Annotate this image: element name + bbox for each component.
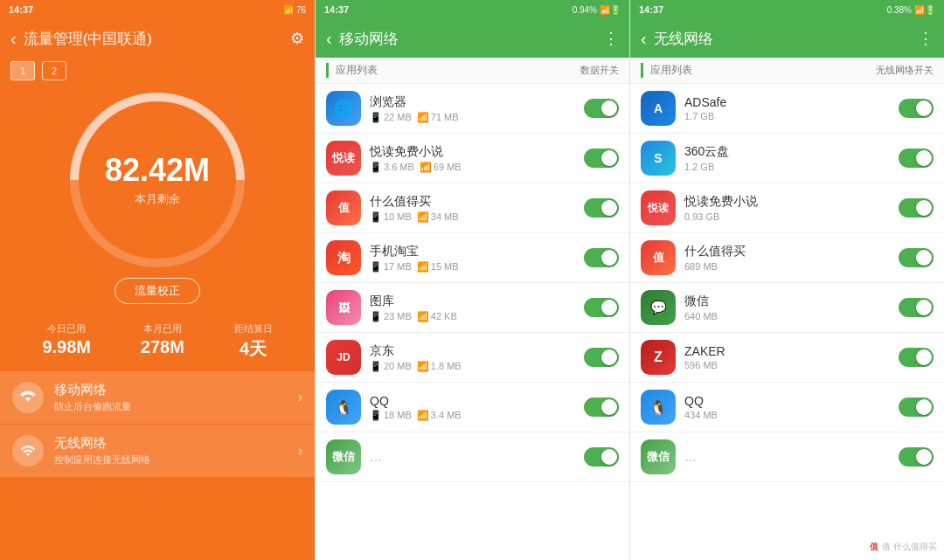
app-size2-browser: 📶 71 MB bbox=[417, 112, 459, 123]
toggle-weixin[interactable] bbox=[899, 298, 934, 317]
stat-today-value: 9.98M bbox=[42, 337, 91, 357]
app-info-zaker: ZAKER 596 MB bbox=[684, 344, 899, 370]
mobile-network-icon bbox=[20, 390, 36, 405]
header-title-p1: 流量管理(中国联通) bbox=[24, 29, 283, 49]
app-size1-jd: 📱 20 MB bbox=[370, 361, 412, 372]
tab-1[interactable]: 1 bbox=[10, 61, 35, 80]
app-size2-jd: 📶 1.8 MB bbox=[417, 361, 462, 372]
stat-days: 距结算日 4天 bbox=[234, 322, 273, 361]
header-title-p3: 无线网络 bbox=[654, 29, 911, 49]
toggle-adsafe[interactable] bbox=[899, 99, 934, 118]
app-name-adsafe: ADSafe bbox=[684, 95, 899, 109]
nav-wifi[interactable]: 无线网络 控制应用连接无线网络 › bbox=[0, 425, 315, 477]
settings-icon-p1[interactable]: ⚙ bbox=[290, 29, 304, 48]
pct-p2: 0.94% bbox=[573, 5, 597, 15]
header-title-p2: 移动网络 bbox=[339, 29, 596, 49]
status-bar-p1: 14:37 📶 76 bbox=[0, 0, 315, 19]
list-item: 微信 … bbox=[316, 432, 629, 482]
app-info-adsafe: ADSafe 1.7 GB bbox=[684, 95, 899, 121]
watermark-text: 值 什么值得买 bbox=[882, 541, 937, 553]
stat-days-label: 距结算日 bbox=[234, 322, 273, 335]
more-icon-p3[interactable]: ⋮ bbox=[918, 29, 934, 48]
stat-today-label: 今日已用 bbox=[47, 322, 86, 335]
toggle-360[interactable] bbox=[899, 149, 934, 168]
nav-mobile-arrow: › bbox=[298, 390, 302, 405]
back-button-p1[interactable]: ‹ bbox=[10, 29, 17, 49]
app-sizes-qq-p3: 434 MB bbox=[684, 410, 899, 420]
toggle-yuedu-p3[interactable] bbox=[899, 198, 934, 218]
toggle-zhide[interactable] bbox=[584, 198, 619, 218]
back-button-p2[interactable]: ‹ bbox=[326, 29, 332, 49]
stat-month-value: 278M bbox=[141, 337, 184, 357]
app-name-zhide-p3: 什么值得买 bbox=[684, 244, 899, 259]
app-icon-adsafe: A bbox=[641, 91, 676, 126]
gauge-arc bbox=[34, 57, 281, 304]
app-size2-taobao: 📶 15 MB bbox=[417, 261, 459, 273]
app-size2-yuedu: 📶 69 MB bbox=[420, 162, 462, 173]
app-size1-gallery: 📱 23 MB bbox=[370, 311, 412, 322]
header-p3: ‹ 无线网络 ⋮ bbox=[630, 19, 944, 58]
toggle-qq[interactable] bbox=[584, 398, 619, 417]
app-list-p2: 🌐 浏览器 📱 22 MB 📶 71 MB 悦读 悦读免费小说 📱 3.6 MB… bbox=[316, 84, 629, 560]
app-size1-zhide: 📱 10 MB bbox=[370, 211, 412, 223]
toggle-jd[interactable] bbox=[584, 348, 619, 367]
app-info-taobao: 手机淘宝 📱 17 MB 📶 15 MB bbox=[370, 244, 584, 273]
header-p1: ‹ 流量管理(中国联通) ⚙ bbox=[0, 19, 315, 58]
app-list-p3: A ADSafe 1.7 GB S 360云盘 1.2 GB 悦读 悦读免 bbox=[630, 84, 944, 560]
signal-p2: 📶🔋 bbox=[600, 5, 621, 15]
calibrate-button[interactable]: 流量校正 bbox=[115, 278, 200, 304]
pct-p3: 0.38% bbox=[887, 5, 912, 15]
list-item: 淘 手机淘宝 📱 17 MB 📶 15 MB bbox=[316, 233, 629, 283]
nav-mobile-network[interactable]: 移动网络 防止后台偷跑流量 › bbox=[0, 371, 315, 424]
app-size1-browser: 📱 22 MB bbox=[370, 112, 412, 123]
toggle-more-p2[interactable] bbox=[584, 447, 619, 467]
app-info-more-p2: … bbox=[370, 450, 584, 464]
status-bar-p2: 14:37 0.94% 📶🔋 bbox=[316, 0, 629, 19]
app-sizes-zaker: 596 MB bbox=[684, 360, 899, 370]
toggle-more-p3[interactable] bbox=[899, 447, 934, 467]
app-info-more-p3: … bbox=[684, 450, 899, 464]
back-button-p3[interactable]: ‹ bbox=[641, 29, 647, 49]
toggle-gallery[interactable] bbox=[584, 298, 619, 317]
toggle-taobao[interactable] bbox=[584, 248, 619, 267]
status-icons-p3: 0.38% 📶🔋 bbox=[887, 5, 935, 15]
app-sizes-360: 1.2 GB bbox=[684, 162, 899, 172]
stat-month-label: 本月已用 bbox=[143, 322, 182, 335]
app-size2-gallery: 📶 42 KB bbox=[417, 311, 457, 322]
app-sizes-browser: 📱 22 MB 📶 71 MB bbox=[370, 112, 584, 123]
app-name-qq-p3: QQ bbox=[684, 394, 899, 408]
toggle-qq-p3[interactable] bbox=[899, 398, 934, 417]
list-item: Z ZAKER 596 MB bbox=[630, 333, 944, 383]
app-sizes-jd: 📱 20 MB 📶 1.8 MB bbox=[370, 361, 584, 372]
battery-p1: 76 bbox=[296, 5, 306, 15]
app-sizes-zhide-p3: 689 MB bbox=[684, 261, 899, 272]
col-app-p3: 应用列表 bbox=[641, 63, 872, 78]
stat-today: 今日已用 9.98M bbox=[42, 322, 91, 361]
toggle-browser[interactable] bbox=[584, 99, 619, 118]
col-header-p3: 应用列表 无线网络开关 bbox=[630, 58, 944, 84]
list-item: JD 京东 📱 20 MB 📶 1.8 MB bbox=[316, 333, 629, 383]
more-icon-p2[interactable]: ⋮ bbox=[603, 29, 619, 48]
app-info-jd: 京东 📱 20 MB 📶 1.8 MB bbox=[370, 343, 584, 372]
tab-2[interactable]: 2 bbox=[42, 61, 66, 80]
app-size-360: 1.2 GB bbox=[684, 162, 714, 172]
app-icon-yuedu-p3: 悦读 bbox=[641, 190, 676, 225]
app-icon-more-p3: 微信 bbox=[641, 439, 676, 474]
app-icon-zaker: Z bbox=[641, 340, 676, 375]
app-size-weixin: 640 MB bbox=[684, 311, 718, 321]
status-time-p3: 14:37 bbox=[639, 4, 663, 15]
app-size1-taobao: 📱 17 MB bbox=[370, 261, 412, 273]
panel-traffic-management: 14:37 📶 76 ‹ 流量管理(中国联通) ⚙ 1 2 82.42M 本月剩… bbox=[0, 0, 315, 560]
list-item: 悦读 悦读免费小说 📱 3.6 MB 📶 69 MB bbox=[316, 134, 629, 183]
app-name-qq: QQ bbox=[370, 394, 584, 408]
nav-wifi-text: 无线网络 控制应用连接无线网络 bbox=[54, 435, 298, 467]
toggle-yuedu[interactable] bbox=[584, 149, 619, 168]
toggle-zaker[interactable] bbox=[899, 348, 934, 367]
app-size1-yuedu: 📱 3.6 MB bbox=[370, 162, 414, 173]
panel-wifi: 14:37 0.38% 📶🔋 ‹ 无线网络 ⋮ 应用列表 无线网络开关 A AD… bbox=[629, 0, 944, 560]
list-item: S 360云盘 1.2 GB bbox=[630, 134, 944, 183]
toggle-zhide-p3[interactable] bbox=[899, 248, 934, 267]
nav-wifi-arrow: › bbox=[298, 443, 302, 459]
app-icon-qq: 🐧 bbox=[326, 390, 361, 425]
app-icon-jd: JD bbox=[326, 340, 361, 375]
